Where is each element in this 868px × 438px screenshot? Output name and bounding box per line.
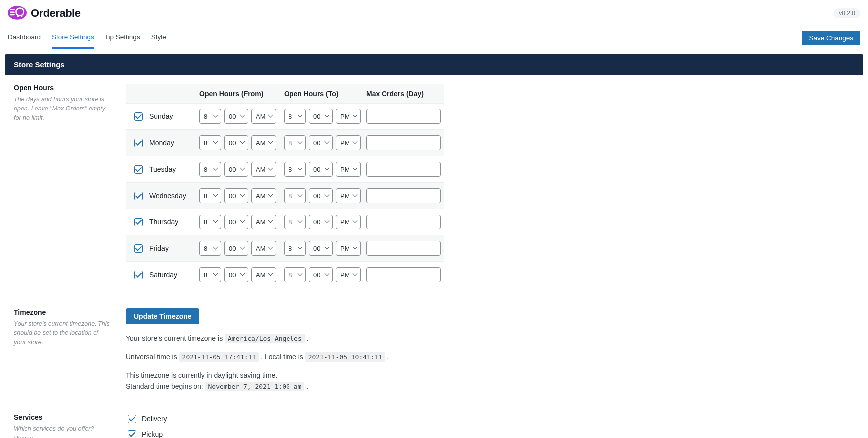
table-row: Friday800AM800PM [126,235,444,262]
to-hour-select[interactable]: 8 [284,135,306,150]
max-orders-input[interactable] [366,267,441,282]
from-ampm-select[interactable]: AM [251,135,276,150]
svg-point-6 [21,15,22,17]
service-label: Delivery [142,415,167,423]
max-orders-input[interactable] [366,188,441,203]
to-hour-select[interactable]: 8 [284,267,306,282]
svg-rect-2 [10,9,15,10]
svg-rect-3 [10,11,15,13]
from-hour-select[interactable]: 8 [199,109,221,124]
to-ampm-select[interactable]: PM [336,215,361,229]
to-minute-select[interactable]: 00 [309,109,333,124]
tab-store-settings[interactable]: Store Settings [52,27,94,49]
from-hour-select[interactable]: 8 [199,267,221,282]
table-row: Monday800AM800PM [126,130,444,156]
open-hours-table: . Open Hours (From) Open Hours (To) Max … [126,84,444,288]
to-hour-select[interactable]: 8 [284,188,306,203]
from-hour-select[interactable]: 8 [199,188,221,203]
section-title-bar: Store Settings [5,54,863,75]
brand: Orderable [8,5,80,22]
day-enabled-checkbox[interactable] [134,139,143,147]
day-enabled-checkbox[interactable] [134,112,143,121]
version-badge: v0.2.0 [834,8,860,18]
from-minute-select[interactable]: 00 [224,215,248,229]
to-ampm-select[interactable]: PM [336,188,361,203]
tab-dashboard[interactable]: Dashboard [8,27,41,49]
day-enabled-checkbox[interactable] [134,165,143,174]
day-label: Saturday [149,271,177,279]
from-minute-select[interactable]: 00 [224,109,248,124]
from-minute-select[interactable]: 00 [224,188,248,203]
to-hour-select[interactable]: 8 [284,109,306,124]
service-label: Pickup [142,430,163,438]
table-row: Saturday800AM800PM [126,262,444,288]
max-orders-input[interactable] [366,215,441,229]
from-minute-select[interactable]: 00 [224,162,248,177]
to-hour-select[interactable]: 8 [284,241,306,256]
day-enabled-checkbox[interactable] [134,271,143,279]
app-header: Orderable v0.2.0 [0,0,868,27]
to-ampm-select[interactable]: PM [336,135,361,150]
to-minute-select[interactable]: 00 [309,188,333,203]
day-enabled-checkbox[interactable] [134,244,143,253]
timezone-value: America/Los_Angeles [225,334,305,343]
to-minute-select[interactable]: 00 [309,267,333,282]
to-ampm-select[interactable]: PM [336,241,361,256]
to-ampm-select[interactable]: PM [336,109,361,124]
open-hours-title: Open Hours [14,84,111,92]
max-orders-input[interactable] [366,135,441,150]
table-row: Sunday800AM800PM [126,104,444,130]
to-ampm-select[interactable]: PM [336,162,361,177]
col-max-orders: Max Orders (Day) [366,90,444,98]
from-ampm-select[interactable]: AM [251,215,276,229]
tabs: Dashboard Store Settings Tip Settings St… [8,27,166,49]
save-changes-button[interactable]: Save Changes [802,31,860,45]
update-timezone-button[interactable]: Update Timezone [126,308,199,324]
to-hour-select[interactable]: 8 [284,215,306,229]
to-minute-select[interactable]: 00 [309,241,333,256]
to-hour-select[interactable]: 8 [284,162,306,177]
table-row: Wednesday800AM800PM [126,183,444,209]
from-ampm-select[interactable]: AM [251,267,276,282]
day-label: Tuesday [149,165,176,173]
to-minute-select[interactable]: 00 [309,135,333,150]
from-minute-select[interactable]: 00 [224,241,248,256]
std-time-begin: November 7, 2021 1:00 am [205,382,305,391]
open-hours-desc: The days and hours your store is open. L… [14,95,111,122]
table-row: Thursday800AM800PM [126,209,444,235]
svg-rect-4 [10,14,15,15]
service-checkbox[interactable] [128,430,136,438]
day-enabled-checkbox[interactable] [134,192,143,200]
day-enabled-checkbox[interactable] [134,218,143,226]
max-orders-input[interactable] [366,162,441,177]
timezone-times-line: Universal time is 2021-11-05 17:41:11 . … [126,351,444,363]
max-orders-input[interactable] [366,109,441,124]
from-hour-select[interactable]: 8 [199,162,221,177]
from-ampm-select[interactable]: AM [251,188,276,203]
from-hour-select[interactable]: 8 [199,241,221,256]
day-label: Monday [149,139,174,147]
dst-note: This timezone is currently in daylight s… [126,370,444,392]
from-ampm-select[interactable]: AM [251,109,276,124]
tab-bar: Dashboard Store Settings Tip Settings St… [0,27,868,49]
from-minute-select[interactable]: 00 [224,267,248,282]
tab-style[interactable]: Style [151,27,166,49]
table-row: Tuesday800AM800PM [126,156,444,183]
to-minute-select[interactable]: 00 [309,162,333,177]
setting-services: Services Which services do you offer? Pl… [14,413,854,438]
tab-tip-settings[interactable]: Tip Settings [105,27,140,49]
brand-logo-icon [8,5,27,22]
from-minute-select[interactable]: 00 [224,135,248,150]
max-orders-input[interactable] [366,241,441,256]
from-ampm-select[interactable]: AM [251,162,276,177]
service-checkbox[interactable] [128,415,136,423]
to-ampm-select[interactable]: PM [336,267,361,282]
col-open-from: Open Hours (From) [199,90,284,98]
from-hour-select[interactable]: 8 [199,135,221,150]
to-minute-select[interactable]: 00 [309,215,333,229]
day-label: Thursday [149,218,178,226]
from-hour-select[interactable]: 8 [199,215,221,229]
from-ampm-select[interactable]: AM [251,241,276,256]
brand-name: Orderable [31,7,80,20]
day-label: Sunday [149,112,173,120]
